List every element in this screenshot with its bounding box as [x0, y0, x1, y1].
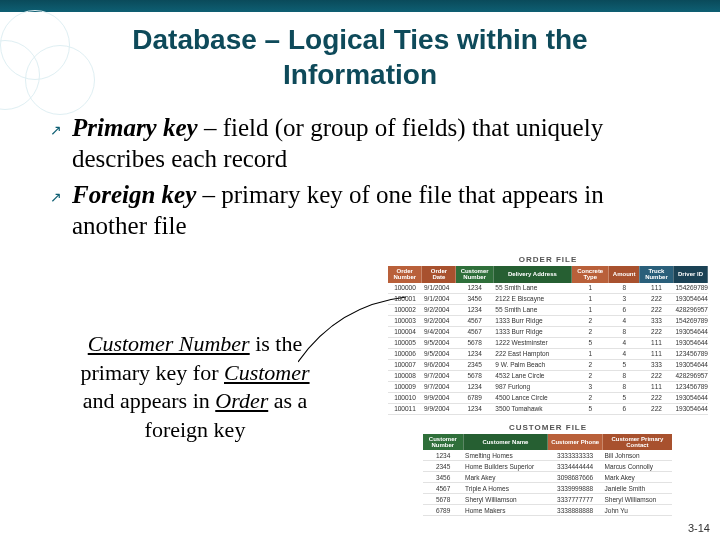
table-row: 2345Home Builders Superior3334444444Marc…	[423, 461, 672, 472]
table-row: 1000029/2/2004123455 Smith Lane162224282…	[388, 304, 708, 315]
bullet-foreign-key: ↗ Foreign key – primary key of one file …	[50, 179, 680, 242]
table-row: 3456Mark Akey3098687666Mark Akey	[423, 472, 672, 483]
column-header: Amount	[609, 266, 640, 283]
table-row: 1000059/5/200456781222 Westminster541111…	[388, 337, 708, 348]
table-row: 5678Sheryl Williamson3337777777Sheryl Wi…	[423, 494, 672, 505]
customer-file-label: CUSTOMER FILE	[423, 423, 673, 432]
column-header: Customer Primary Contact	[603, 434, 673, 451]
table-row: 1000109/9/200467894500 Lance Circle25222…	[388, 392, 708, 403]
database-figure: ORDER FILE Order NumberOrder DateCustome…	[388, 255, 708, 516]
table-row: 1000009/1/2004123455 Smith Lane181111542…	[388, 283, 708, 294]
column-header: Order Date	[422, 266, 456, 283]
bullet-arrow-icon: ↗	[50, 112, 72, 140]
table-row: 1000099/7/20041234987 Furlong38111123456…	[388, 381, 708, 392]
table-row: 1000039/2/200445671333 Burr Ridge2433315…	[388, 315, 708, 326]
column-header: Customer Name	[463, 434, 548, 451]
term: Primary key	[72, 114, 198, 141]
bullet-primary-key: ↗ Primary key – field (or group of field…	[50, 112, 680, 175]
table-row: 1000019/1/200434562122 E Biscayne1322219…	[388, 293, 708, 304]
table-row: 1234Smelting Homes3333333333Bill Johnson	[423, 450, 672, 461]
table-row: 1000069/5/20041234222 East Hampton141111…	[388, 348, 708, 359]
table-row: 1000049/4/200445671333 Burr Ridge2822219…	[388, 326, 708, 337]
slide-title: Database – Logical Ties within the Infor…	[60, 22, 660, 92]
table-row: 1000089/7/200456784532 Lane Circle282224…	[388, 370, 708, 381]
table-row: 1000079/6/200423459 W. Palm Beach2533319…	[388, 359, 708, 370]
caption-text: Customer Number is the primary key for C…	[70, 330, 320, 444]
customer-table: Customer NumberCustomer NameCustomer Pho…	[423, 434, 673, 517]
page-number: 3-14	[688, 522, 710, 534]
column-header: Customer Number	[423, 434, 463, 451]
column-header: Customer Number	[456, 266, 493, 283]
column-header: Customer Phone	[548, 434, 603, 451]
bullet-arrow-icon: ↗	[50, 179, 72, 207]
column-header: Delivery Address	[493, 266, 571, 283]
column-header: Truck Number	[639, 266, 673, 283]
table-row: 4567Triple A Homes3339999888Janielle Smi…	[423, 483, 672, 494]
column-header: Driver ID	[673, 266, 707, 283]
table-row: 1000119/9/200412343500 Tomahawk562221930…	[388, 403, 708, 414]
order-table: Order NumberOrder DateCustomer NumberDel…	[388, 266, 708, 415]
table-row: 6789Home Makers3338888888John Yu	[423, 505, 672, 516]
bullet-list: ↗ Primary key – field (or group of field…	[50, 112, 680, 241]
top-accent-bar	[0, 0, 720, 12]
column-header: Order Number	[388, 266, 422, 283]
order-file-label: ORDER FILE	[388, 255, 708, 264]
term: Foreign key	[72, 181, 196, 208]
column-header: Concrete Type	[572, 266, 609, 283]
